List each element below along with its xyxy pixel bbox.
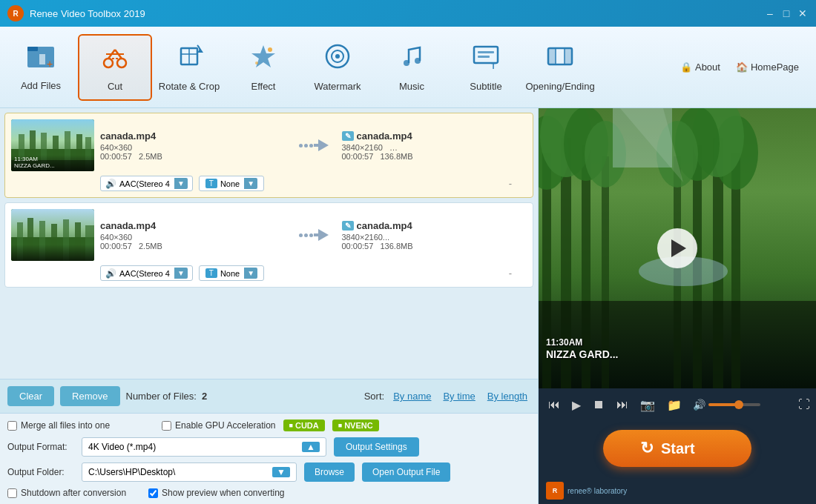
toolbar-add-files[interactable]: + Add Files [4,34,78,101]
show-preview-checkbox-input[interactable] [148,488,158,498]
file-item: canada.mp4 640×360 00:00:57 2.5MB ✎ [4,202,533,288]
open-output-button[interactable]: Open Output File [362,462,450,482]
merge-checkbox-input[interactable] [7,421,17,431]
left-panel: 11:30AMNIZZA GARD... canada.mp4 640×360 … [0,108,539,504]
file-out-name: ✎ canada.mp4 [342,220,527,231]
play-pause-button[interactable]: ▶ [568,396,585,414]
svg-point-4 [104,59,113,67]
toolbar-subtitle[interactable]: T Subtitle [449,34,523,101]
file-output: ✎ canada.mp4 3840×2160 … 00:00:57 136.8M… [342,130,527,161]
start-button[interactable]: ↻ Start [603,430,751,467]
svg-rect-44 [17,222,23,261]
text-icon: T [205,179,217,188]
sort-by-time[interactable]: By time [440,389,478,403]
audio-value: AAC(Stereo 4 [119,179,170,188]
toolbar-opening-ending-label: Opening/Ending [525,81,594,92]
home-icon: 🏠 [736,62,748,73]
svg-rect-50 [85,225,94,261]
video-time-overlay: 11:30AM [546,337,582,348]
file-dims: 640×360 [100,233,286,242]
svg-rect-23 [478,51,494,53]
file-dash: - [509,268,512,279]
toolbar-effect[interactable]: Effect [226,34,300,101]
svg-rect-71 [613,108,672,168]
format-select-arrow: ▲ [302,442,320,452]
file-output: ✎ canada.mp4 3840×2160... 00:00:57 136.8… [342,220,527,251]
output-settings-button[interactable]: Output Settings [334,437,419,457]
gpu-checkbox[interactable]: Enable GPU Acceleration [162,420,275,431]
file-dims: 640×360 [100,143,286,152]
about-button[interactable]: 🔒 About [674,59,726,76]
arrow-area [292,229,336,241]
video-controls: ⏮ ▶ ⏹ ⏭ 📷 📁 🔊 ⛶ [539,388,816,421]
svg-rect-28 [565,48,572,64]
sort-label: Sort: [364,391,384,402]
text-select[interactable]: T None ▼ [199,176,264,191]
browse-button[interactable]: Browse [304,462,355,482]
audio-dropdown-arrow[interactable]: ▼ [174,178,188,189]
toolbar-watermark-label: Watermark [314,81,361,92]
gpu-checkbox-input[interactable] [162,421,171,431]
rotate-crop-icon [175,42,203,76]
minimize-button[interactable]: – [764,7,776,19]
volume-icon: 🔊 [693,399,705,411]
volume-slider[interactable] [708,403,760,406]
svg-point-16 [255,62,258,64]
text-select[interactable]: T None ▼ [199,265,264,281]
settings-bar: Merge all files into one Enable GPU Acce… [0,413,538,504]
skip-end-button[interactable]: ⏭ [613,396,632,414]
file-name: canada.mp4 [100,130,286,142]
video-location-overlay: NIZZA GARD... [546,348,618,360]
svg-rect-45 [27,218,33,261]
renee-logo-text: renee® laboratory [567,487,627,495]
titlebar: R Renee Video Toolbox 2019 – □ ✕ [0,0,816,27]
svg-rect-24 [478,56,490,58]
audio-select[interactable]: 🔊 AAC(Stereo 4 ▼ [100,265,193,281]
nvenc-badge[interactable]: ■ NVENC [332,420,379,431]
svg-point-21 [415,58,421,64]
toolbar-music[interactable]: Music [375,34,449,101]
volume-control: 🔊 [693,399,760,411]
play-button[interactable] [657,228,697,268]
toolbar-rotate-crop[interactable]: Rotate & Crop [152,34,226,101]
screenshot-button[interactable]: 📷 [636,396,659,414]
toolbar-watermark[interactable]: Watermark [300,34,375,101]
shutdown-checkbox[interactable]: Shutdown after conversion [7,488,126,498]
text-value: None [220,269,240,278]
shutdown-row: Shutdown after conversion Show preview w… [7,488,530,498]
sort-by-name[interactable]: By name [390,389,434,403]
audio-select[interactable]: 🔊 AAC(Stereo 4 ▼ [100,176,193,191]
toolbar-cut[interactable]: Cut [78,34,152,101]
start-area: ↻ Start [539,421,816,479]
folder-input[interactable]: C:\Users\HP\Desktop\ ▼ [82,462,297,482]
toolbar-opening-ending[interactable]: Opening/Ending [523,34,597,101]
cuda-badge[interactable]: ■ CUDA [283,420,325,431]
close-button[interactable]: ✕ [797,7,809,19]
file-name: canada.mp4 [100,220,286,231]
main-area: 11:30AMNIZZA GARD... canada.mp4 640×360 … [0,108,816,504]
merge-checkbox[interactable]: Merge all files into one [7,420,110,431]
format-select[interactable]: 4K Video (*.mp4) ▲ [82,437,326,457]
stop-button[interactable]: ⏹ [589,396,608,414]
file-item-row1: canada.mp4 640×360 00:00:57 2.5MB ✎ [11,209,527,261]
svg-rect-47 [51,224,57,261]
sort-by-length[interactable]: By length [484,389,530,403]
homepage-label: HomePage [751,62,799,73]
remove-button[interactable]: Remove [60,386,119,406]
homepage-button[interactable]: 🏠 HomePage [730,59,805,76]
subtitle-icon: T [472,42,500,76]
text-dropdown-arrow[interactable]: ▼ [244,268,257,279]
skip-start-button[interactable]: ⏮ [544,396,564,414]
show-preview-checkbox[interactable]: Show preview when converting [148,488,284,498]
toolbar-effect-label: Effect [251,81,275,92]
toolbar-add-files-label: Add Files [21,80,61,91]
maximize-button[interactable]: □ [780,7,792,19]
file-thumbnail [11,209,94,261]
audio-dropdown-arrow[interactable]: ▼ [174,268,188,279]
folder-button[interactable]: 📁 [663,396,685,414]
fullscreen-button[interactable]: ⛶ [798,398,810,411]
shutdown-checkbox-input[interactable] [7,488,17,498]
clear-button[interactable]: Clear [7,386,54,406]
text-dropdown-arrow[interactable]: ▼ [244,178,257,189]
opening-ending-icon [546,42,574,76]
